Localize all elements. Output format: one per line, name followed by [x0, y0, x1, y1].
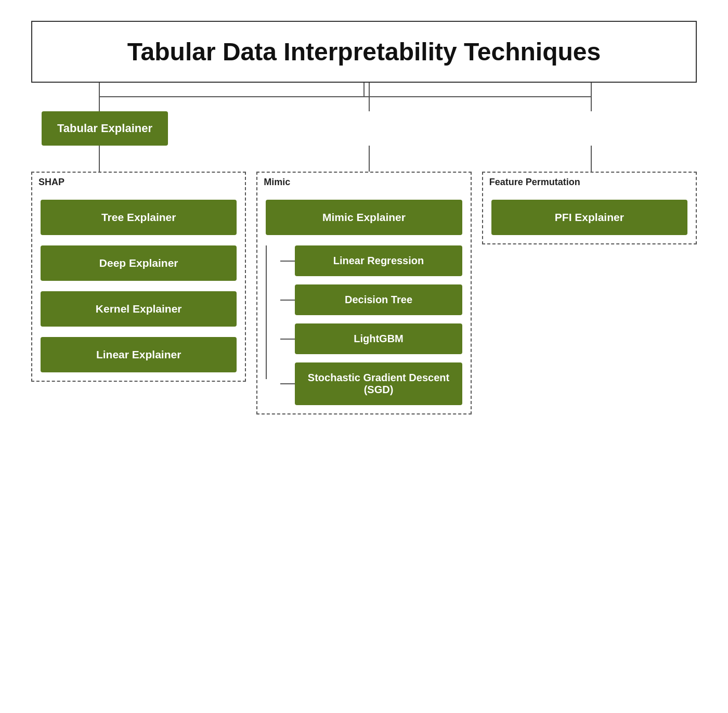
linear-regression-row: Linear Regression: [280, 245, 462, 276]
page-title: Tabular Data Interpretability Techniques: [127, 38, 601, 66]
shap-group: SHAP Tree Explainer Deep Explainer Kerne…: [31, 172, 246, 382]
title-section: Tabular Data Interpretability Techniques: [31, 21, 697, 83]
shap-column-top: Tabular Explainer: [31, 83, 253, 146]
fp-label: Feature Permutation: [489, 177, 580, 188]
mimic-column-top: [264, 83, 475, 146]
mimic-label: Mimic: [264, 177, 290, 188]
vline-shap: [99, 146, 100, 172]
fp-vline-wrapper: [485, 146, 697, 172]
mimic-vertical-line: [266, 245, 267, 379]
hline-dt: [280, 300, 295, 301]
mimic-vline-wrapper: [264, 146, 475, 172]
mimic-sub-container: Linear Regression Decision Tree: [266, 245, 462, 405]
tabular-explainer-box: Tabular Explainer: [42, 111, 168, 146]
decision-tree-row: Decision Tree: [280, 284, 462, 315]
linear-explainer-box: Linear Explainer: [41, 337, 237, 372]
tree-explainer-box: Tree Explainer: [41, 200, 237, 235]
mimic-sub-items-list: Linear Regression Decision Tree: [280, 245, 462, 405]
deep-explainer-box: Deep Explainer: [41, 245, 237, 281]
sgd-row: Stochastic Gradient Descent (SGD): [280, 362, 462, 405]
title-box: Tabular Data Interpretability Techniques: [31, 21, 697, 83]
mimic-group: Mimic Mimic Explainer Linear Regre: [256, 172, 471, 414]
mimic-items: Mimic Explainer Linear Regression: [266, 200, 462, 405]
vline-tabular: [99, 83, 100, 111]
shap-items: Tree Explainer Deep Explainer Kernel Exp…: [41, 200, 237, 372]
mimic-explainer-box: Mimic Explainer: [266, 200, 462, 235]
fp-column-top: [485, 83, 697, 146]
shap-vline-wrapper: [31, 146, 253, 172]
vline-fp: [591, 146, 592, 172]
connector-to-groups: [31, 146, 697, 172]
sgd-box: Stochastic Gradient Descent (SGD): [295, 362, 462, 405]
tabular-row: Tabular Explainer: [31, 83, 697, 146]
hline-lr: [280, 261, 295, 262]
vline-mimic: [369, 146, 370, 172]
shap-label: SHAP: [38, 177, 64, 188]
kernel-explainer-box: Kernel Explainer: [41, 291, 237, 327]
fp-items: PFI Explainer: [491, 200, 687, 235]
lightgbm-row: LightGBM: [280, 323, 462, 354]
diagram-container: Tabular Data Interpretability Techniques…: [31, 21, 697, 414]
decision-tree-box: Decision Tree: [295, 284, 462, 315]
vline-fp-top: [591, 83, 592, 111]
pfi-explainer-box: PFI Explainer: [491, 200, 687, 235]
groups-row: SHAP Tree Explainer Deep Explainer Kerne…: [31, 172, 697, 414]
lightgbm-box: LightGBM: [295, 323, 462, 354]
fp-group: Feature Permutation PFI Explainer: [482, 172, 697, 244]
linear-regression-box: Linear Regression: [295, 245, 462, 276]
vline-mimic-top: [369, 83, 370, 111]
hline-sgd: [280, 383, 295, 384]
hline-lgbm: [280, 339, 295, 340]
